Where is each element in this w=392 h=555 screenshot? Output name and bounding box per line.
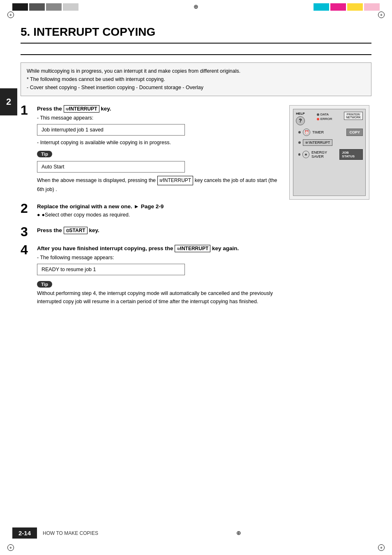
timer-row: ⏰ TIMER COPY: [296, 129, 363, 136]
step-4-tip-para: Without performing step 4, the interrupt…: [37, 289, 281, 306]
step-1-title-suffix: key.: [101, 106, 111, 112]
interrupt-button[interactable]: ≡∕ INTERRUPT: [303, 139, 332, 146]
step-1-message1: Job interrupted job 1 saved: [37, 124, 185, 136]
bottom-area: [0, 544, 392, 551]
error-led: [317, 118, 319, 120]
step-3-key-label: START: [69, 228, 85, 233]
data-label: DATA: [321, 113, 329, 116]
bottom-center-mark: ⊕: [235, 530, 242, 537]
printer-network-label: PRINTER/ NETWORK: [346, 113, 361, 119]
error-led-row: ERROR: [317, 117, 332, 121]
step-1-title: Press the ≡∕INTERRUPT key.: [37, 105, 281, 113]
step-2-arrow: ►: [134, 203, 141, 210]
step-1-sub2: - Interrupt copying is available while c…: [37, 139, 281, 147]
page-number: 2-14: [12, 527, 37, 539]
color-bar-right: [314, 3, 380, 11]
step-3-prefix: Press the: [37, 227, 62, 233]
step-2-sub-text: ●Select other copy modes as required.: [42, 212, 130, 218]
step-3-suffix: key.: [89, 227, 99, 233]
step-2-sub: ●●Select other copy modes as required.: [37, 211, 281, 219]
main-content: 5. INTERRUPT COPYING While multicopying …: [0, 18, 392, 327]
data-led-row: DATA: [317, 113, 332, 116]
step-4-sub1: - The following message appears:: [37, 254, 281, 262]
energy-dot: [298, 153, 300, 156]
step-2-number: 2: [21, 202, 32, 215]
job-status-label: JOB STATUS: [342, 151, 355, 158]
step-4-key-label: INTERRUPT: [180, 246, 209, 251]
info-line1: While multicopying is in progress, you c…: [27, 67, 365, 75]
reg-mark-bottom-left: [7, 544, 14, 551]
panel-inner: HELP ? DATA ERROR: [293, 109, 366, 196]
interrupt-key-icon-1: ≡∕: [66, 106, 69, 111]
steps-area: 1 Press the ≡∕INTERRUPT key. - This mess…: [21, 105, 371, 315]
steps-right: HELP ? DATA ERROR: [289, 105, 371, 315]
info-box: While multicopying is in progress, you c…: [21, 62, 371, 96]
step-4-content: After you have finished interrupt copyin…: [37, 245, 281, 308]
step-1: 1 Press the ≡∕INTERRUPT key. - This mess…: [21, 105, 281, 196]
color-bar-magenta: [330, 3, 346, 11]
info-line2: * The following modes cannot be used wit…: [27, 75, 365, 83]
printer-network-box: PRINTER/ NETWORK: [344, 112, 363, 120]
step-4-key: ≡∕INTERRUPT: [175, 245, 210, 252]
energy-icon: ☀: [302, 151, 309, 158]
color-bar-cyan: [314, 3, 329, 11]
color-bar-left: [12, 3, 78, 11]
tip-label-1: Tip: [37, 151, 52, 157]
interrupt-key-icon-4: ≡∕: [177, 246, 180, 251]
reg-mark-right: [378, 12, 385, 18]
interrupt-dot: [298, 141, 301, 144]
steps-left: 1 Press the ≡∕INTERRUPT key. - This mess…: [21, 105, 281, 315]
step-2-content: Replace the original with a new one. ► P…: [37, 203, 281, 221]
top-center-mark: ⊕: [192, 3, 200, 11]
step-3-title: Press the ⊙START key.: [37, 227, 281, 234]
step-4: 4 After you have finished interrupt copy…: [21, 245, 281, 308]
interrupt-row: ≡∕ INTERRUPT: [296, 139, 363, 146]
step-3: 3 Press the ⊙START key.: [21, 227, 281, 238]
step-2-page-ref: Page 2-9: [141, 203, 164, 210]
step-3-number: 3: [21, 225, 32, 238]
help-label: HELP: [296, 112, 304, 115]
reg-mark-left: [7, 12, 14, 18]
color-bar-pink: [364, 3, 380, 11]
page-title: 5. INTERRUPT COPYING: [21, 25, 371, 44]
step-1-interrupt-key-inline: ≡∕INTERRUPT: [157, 176, 194, 185]
step-1-key-label: INTERRUPT: [69, 106, 97, 112]
step-3-content: Press the ⊙START key.: [37, 227, 281, 236]
step-1-number: 1: [21, 104, 32, 117]
top-bar: ⊕: [0, 0, 392, 11]
page-title-area: 5. INTERRUPT COPYING: [21, 25, 371, 55]
step-1-when-text: When the above message is displayed, pre…: [37, 177, 157, 183]
color-bar-lightgray: [63, 3, 78, 11]
step-4-title-text: After you have finished interrupt copyin…: [37, 245, 173, 251]
energy-saver-row: ☀ ENERGY SAVER JOB STATUS: [296, 149, 363, 160]
step-1-tip-content: Auto Start: [37, 161, 185, 173]
timer-label: TIMER: [312, 130, 324, 134]
step-2: 2 Replace the original with a new one. ►…: [21, 203, 281, 221]
step-1-key: ≡∕INTERRUPT: [64, 105, 99, 113]
step-1-content: Press the ≡∕INTERRUPT key. - This messag…: [37, 105, 281, 196]
job-status-button[interactable]: JOB STATUS: [339, 149, 363, 160]
step-3-key: ⊙START: [64, 227, 88, 234]
start-key-icon: ⊙: [66, 228, 69, 233]
step-4-suffix: key again.: [212, 245, 239, 251]
chapter-tab: 2: [0, 88, 17, 115]
step-1-tip-para: When the above message is displayed, pre…: [37, 176, 281, 193]
tip-label-2: Tip: [37, 281, 52, 288]
timer-dot: [298, 131, 301, 134]
footer-text: HOW TO MAKE COPIES: [43, 530, 98, 536]
help-button[interactable]: ?: [296, 116, 305, 125]
step-4-number: 4: [21, 243, 32, 256]
copy-label: COPY: [349, 130, 360, 134]
error-label: ERROR: [321, 117, 332, 121]
page-footer: 2-14 HOW TO MAKE COPIES ⊕: [0, 527, 392, 539]
step-1-sub1: - This message appears:: [37, 114, 281, 122]
reg-mark-bottom-right: [378, 544, 385, 551]
reg-marks: [0, 12, 392, 18]
step-4-message1: READY to resume job 1: [37, 264, 185, 275]
data-led: [317, 113, 319, 116]
copy-button[interactable]: COPY: [346, 129, 363, 136]
timer-icon: ⏰: [303, 129, 310, 136]
step-2-title-text: Replace the original with a new one.: [37, 203, 132, 210]
step-2-title: Replace the original with a new one. ► P…: [37, 203, 281, 210]
color-bar-black: [12, 3, 28, 11]
